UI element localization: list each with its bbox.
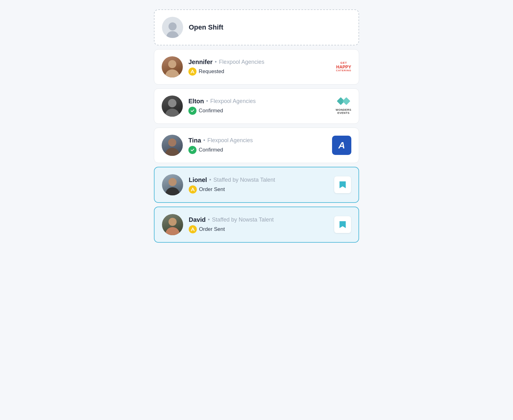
jennifer-status-line: Requested: [188, 68, 330, 76]
open-shift-avatar: [162, 17, 183, 38]
open-shift-title: Open Shift: [189, 23, 351, 31]
elton-info: Elton • Flexpool Agencies Confirmed: [188, 98, 330, 115]
lionel-status-line: Order Sent: [189, 185, 329, 194]
lionel-card[interactable]: Lionel • Staffed by Nowsta Talent Order …: [154, 167, 359, 203]
avengers-logo: A: [332, 136, 351, 155]
jennifer-agency: Flexpool Agencies: [219, 59, 264, 65]
david-logo: [334, 216, 351, 233]
gethappy-catering: CATERING: [336, 69, 351, 72]
david-status-icon: [189, 225, 197, 233]
tina-avatar: [162, 135, 183, 156]
lionel-logo: [334, 176, 351, 193]
tina-info: Tina • Flexpool Agencies Confirmed: [188, 137, 326, 154]
jennifer-status-icon: [188, 68, 196, 76]
tina-status-line: Confirmed: [188, 146, 326, 154]
cards-container: Open Shift Jennifer • Flexpool Agencies: [154, 9, 359, 243]
jennifer-avatar: [162, 56, 183, 77]
jennifer-status-text: Requested: [199, 68, 224, 75]
lionel-sep: •: [209, 177, 211, 183]
david-info: David • Staffed by Nowsta Talent Order S…: [189, 216, 329, 233]
jennifer-name: Jennifer: [188, 58, 213, 66]
open-shift-card: Open Shift: [154, 9, 359, 45]
lionel-avatar: [162, 174, 183, 195]
tina-status-text: Confirmed: [199, 147, 223, 153]
lionel-name: Lionel: [189, 176, 207, 184]
elton-sep: •: [206, 98, 208, 105]
tina-sep: •: [203, 137, 205, 144]
elton-status-line: Confirmed: [188, 107, 330, 115]
david-agency: Staffed by Nowsta Talent: [212, 217, 274, 223]
lionel-agency: Staffed by Nowsta Talent: [213, 177, 275, 183]
elton-status-text: Confirmed: [199, 108, 223, 114]
david-name: David: [189, 216, 206, 223]
david-status-text: Order Sent: [199, 226, 225, 232]
gethappy-happy: HAPPY: [336, 65, 351, 69]
tina-agency: Flexpool Agencies: [207, 137, 253, 144]
wonders-logo: WONDERSEVENTS: [336, 98, 352, 114]
jennifer-card[interactable]: Jennifer • Flexpool Agencies Requested G…: [154, 49, 359, 85]
elton-name: Elton: [188, 98, 204, 105]
wonders-text: WONDERSEVENTS: [336, 108, 352, 114]
elton-agency: Flexpool Agencies: [210, 98, 256, 105]
jennifer-logo: GET HAPPY CATERING: [336, 62, 351, 72]
elton-logo: WONDERSEVENTS: [336, 98, 352, 114]
lionel-status-text: Order Sent: [199, 186, 225, 193]
avengers-symbol: A: [338, 140, 345, 151]
elton-status-icon: [188, 107, 196, 115]
david-avatar: [162, 214, 183, 235]
open-shift-info: Open Shift: [189, 23, 351, 31]
jennifer-sep: •: [215, 59, 217, 65]
lionel-info: Lionel • Staffed by Nowsta Talent Order …: [189, 176, 329, 194]
david-sep: •: [208, 217, 210, 223]
elton-avatar: [162, 96, 183, 117]
gethappy-logo: GET HAPPY CATERING: [336, 62, 351, 72]
nowsta-talent-logo-david: [334, 216, 351, 233]
elton-card[interactable]: Elton • Flexpool Agencies Confirmed: [154, 88, 359, 124]
tina-logo: A: [332, 136, 351, 155]
tina-name: Tina: [188, 137, 201, 144]
lionel-status-icon: [189, 185, 197, 194]
tina-status-icon: [188, 146, 196, 154]
tina-card[interactable]: Tina • Flexpool Agencies Confirmed A: [154, 128, 359, 163]
jennifer-info: Jennifer • Flexpool Agencies Requested: [188, 58, 330, 76]
david-status-line: Order Sent: [189, 225, 329, 233]
david-card[interactable]: David • Staffed by Nowsta Talent Order S…: [154, 207, 359, 243]
nowsta-talent-logo-lionel: [334, 176, 351, 193]
